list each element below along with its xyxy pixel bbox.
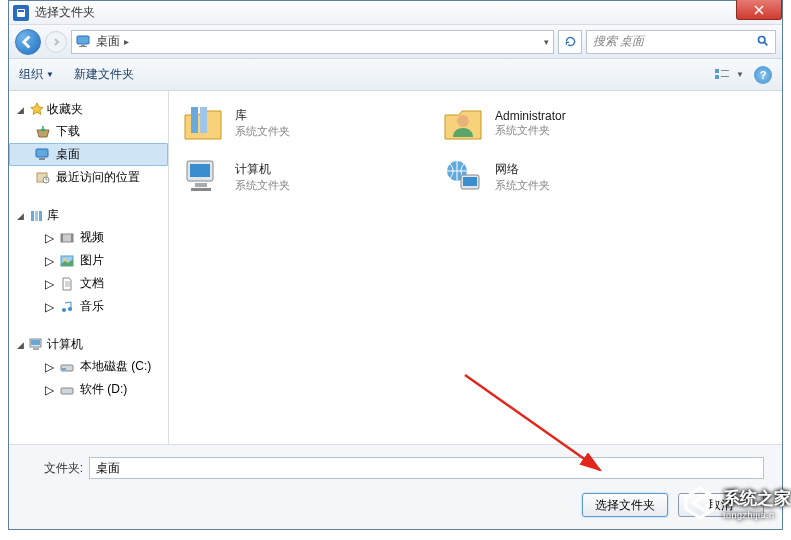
svg-rect-29 — [61, 388, 73, 394]
sidebar-item-downloads[interactable]: 下载 — [9, 120, 168, 143]
close-icon — [754, 5, 764, 15]
tree-group-computer: ◢ 计算机 ▷本地磁盘 (C:) ▷软件 (D:) — [9, 334, 168, 401]
close-button[interactable] — [736, 0, 782, 20]
expand-icon: ▷ — [45, 300, 54, 314]
disk-icon — [59, 382, 75, 398]
svg-rect-15 — [35, 211, 38, 221]
svg-rect-25 — [31, 340, 40, 345]
button-row: 选择文件夹 取消 — [27, 493, 764, 517]
chevron-down-icon[interactable]: ▾ — [544, 37, 549, 47]
content-pane[interactable]: 库系统文件夹 Administrator系统文件夹 计算机系统文件夹 网络系统文… — [169, 91, 782, 444]
disk-icon — [59, 359, 75, 375]
expand-icon: ▷ — [45, 383, 54, 397]
list-item[interactable]: 计算机系统文件夹 — [181, 155, 401, 199]
sidebar-item-label: 下载 — [56, 123, 80, 140]
svg-rect-14 — [31, 211, 34, 221]
svg-rect-9 — [721, 76, 729, 77]
view-options-button[interactable]: ▼ — [714, 68, 744, 82]
titlebar: 选择文件夹 — [9, 1, 782, 25]
sidebar-item-documents[interactable]: ▷文档 — [31, 272, 168, 295]
help-button[interactable]: ? — [754, 66, 772, 84]
organize-label: 组织 — [19, 66, 43, 83]
navigation-bar: 桌面 ▸ ▾ 搜索 桌面 — [9, 25, 782, 59]
music-icon — [59, 299, 75, 315]
sidebar-item-label: 文档 — [80, 275, 104, 292]
item-name: 网络 — [495, 161, 550, 178]
computer-label: 计算机 — [47, 336, 83, 353]
svg-rect-1 — [18, 10, 24, 12]
item-subtitle: 系统文件夹 — [235, 178, 290, 193]
item-name: Administrator — [495, 109, 566, 123]
list-item[interactable]: Administrator系统文件夹 — [441, 101, 661, 145]
back-button[interactable] — [15, 29, 41, 55]
svg-rect-35 — [195, 183, 207, 187]
tree-head-favorites[interactable]: ◢ 收藏夹 — [9, 99, 168, 120]
user-folder-icon — [441, 101, 485, 145]
refresh-button[interactable] — [558, 30, 582, 54]
footer: 文件夹: 选择文件夹 取消 — [9, 444, 782, 529]
svg-rect-30 — [191, 107, 198, 133]
libraries-label: 库 — [47, 207, 59, 224]
search-placeholder: 搜索 桌面 — [593, 33, 644, 50]
svg-rect-19 — [71, 234, 73, 242]
list-item[interactable]: 库系统文件夹 — [181, 101, 401, 145]
svg-rect-4 — [79, 46, 87, 47]
sidebar-item-label: 软件 (D:) — [80, 381, 127, 398]
svg-rect-2 — [77, 36, 89, 44]
sidebar-item-disk-c[interactable]: ▷本地磁盘 (C:) — [31, 355, 168, 378]
tree-group-libraries: ◢ 库 ▷视频 ▷图片 ▷文档 ▷音乐 — [9, 205, 168, 318]
search-icon — [756, 34, 769, 50]
chevron-right-icon: ▸ — [124, 36, 129, 47]
tree-head-libraries[interactable]: ◢ 库 — [9, 205, 168, 226]
view-icon — [714, 68, 734, 82]
sidebar-item-desktop[interactable]: 桌面 — [9, 143, 168, 166]
address-bar[interactable]: 桌面 ▸ ▾ — [71, 30, 554, 54]
svg-point-22 — [62, 308, 66, 312]
folder-label: 文件夹: — [27, 460, 83, 477]
collapse-icon: ◢ — [17, 211, 27, 221]
item-subtitle: 系统文件夹 — [495, 123, 566, 138]
sidebar-item-label: 最近访问的位置 — [56, 169, 140, 186]
toolbar: 组织▼ 新建文件夹 ▼ ? — [9, 59, 782, 91]
body: ◢ 收藏夹 下载 桌面 最近访问的位置 — [9, 91, 782, 444]
sidebar-item-label: 音乐 — [80, 298, 104, 315]
item-subtitle: 系统文件夹 — [235, 124, 290, 139]
watermark-url: tongzhijia.n — [723, 510, 791, 520]
desktop-icon — [35, 147, 51, 163]
new-folder-button[interactable]: 新建文件夹 — [74, 66, 134, 83]
folder-name-input[interactable] — [89, 457, 764, 479]
svg-rect-39 — [463, 177, 477, 186]
video-icon — [59, 230, 75, 246]
svg-rect-28 — [62, 368, 66, 370]
computer-icon — [29, 337, 45, 353]
monitor-icon — [76, 34, 92, 50]
sidebar-item-label: 本地磁盘 (C:) — [80, 358, 151, 375]
sidebar-item-recent[interactable]: 最近访问的位置 — [9, 166, 168, 189]
arrow-left-icon — [21, 35, 35, 49]
watermark: 系统之家 tongzhijia.n — [681, 484, 791, 522]
chevron-down-icon: ▼ — [736, 70, 744, 79]
breadcrumb-location: 桌面 — [96, 33, 120, 50]
svg-rect-36 — [191, 188, 211, 191]
svg-rect-31 — [200, 107, 207, 133]
library-icon — [29, 208, 45, 224]
sidebar-item-pictures[interactable]: ▷图片 — [31, 249, 168, 272]
document-icon — [59, 276, 75, 292]
sidebar-item-music[interactable]: ▷音乐 — [31, 295, 168, 318]
tree-group-favorites: ◢ 收藏夹 下载 桌面 最近访问的位置 — [9, 99, 168, 189]
window-title: 选择文件夹 — [35, 4, 95, 21]
svg-rect-10 — [36, 149, 48, 157]
organize-menu[interactable]: 组织▼ — [19, 66, 54, 83]
list-item[interactable]: 网络系统文件夹 — [441, 155, 661, 199]
svg-rect-7 — [715, 75, 719, 79]
forward-button — [45, 31, 67, 53]
search-box[interactable]: 搜索 桌面 — [586, 30, 776, 54]
select-folder-button[interactable]: 选择文件夹 — [582, 493, 668, 517]
sidebar-item-disk-d[interactable]: ▷软件 (D:) — [31, 378, 168, 401]
expand-icon: ▷ — [45, 254, 54, 268]
sidebar-item-videos[interactable]: ▷视频 — [31, 226, 168, 249]
svg-point-32 — [457, 115, 469, 127]
svg-rect-6 — [715, 69, 719, 73]
tree-head-computer[interactable]: ◢ 计算机 — [9, 334, 168, 355]
expand-icon: ▷ — [45, 360, 54, 374]
